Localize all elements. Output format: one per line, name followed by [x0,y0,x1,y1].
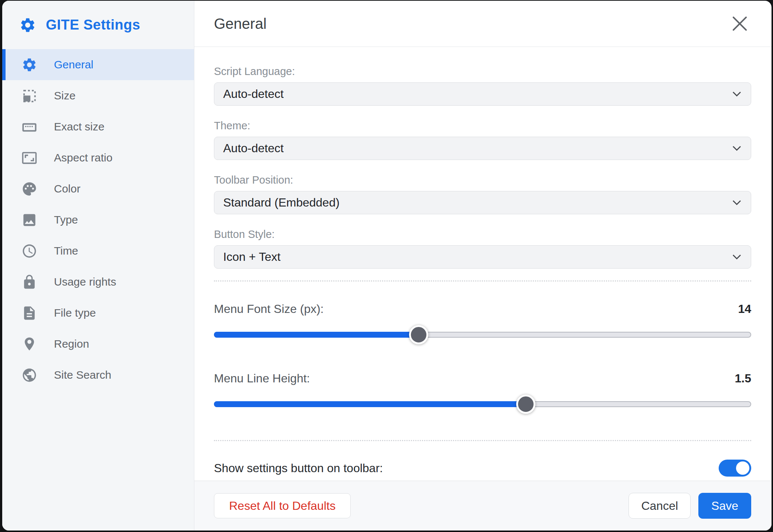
sidebar-item-label: Exact size [54,120,105,133]
field-label: Toolbar Position: [214,174,751,186]
slider-row: Menu Line Height: 1.5 [214,372,751,385]
toggle-row: Show settings button on toolbar: [214,460,751,477]
select-value: Icon + Text [223,250,280,264]
reset-all-button[interactable]: Reset All to Defaults [214,493,351,518]
sidebar-item-type[interactable]: Type [2,204,194,235]
slider-thumb[interactable] [409,325,428,344]
sidebar: GITE Settings General Size Exact size A [2,1,194,531]
sidebar-item-label: Region [54,338,89,350]
gear-icon [21,57,37,73]
slider-label: Menu Line Height: [214,372,310,385]
sidebar-item-label: General [54,58,93,71]
toolbar-position-select[interactable]: Standard (Embedded) [214,191,751,214]
dotted-divider [214,440,751,441]
menu-line-height-slider[interactable] [214,401,751,407]
file-icon [21,305,37,321]
select-value: Standard (Embedded) [223,196,340,209]
slider-value: 14 [738,302,751,316]
button-style-select[interactable]: Icon + Text [214,245,751,269]
lock-icon [21,274,37,290]
image-icon [21,212,37,228]
slider-label: Menu Font Size (px): [214,302,324,316]
theme-select[interactable]: Auto-detect [214,137,751,160]
slider-row: Menu Font Size (px): 14 [214,302,751,316]
screen: GITE Settings General Size Exact size A [0,0,773,532]
slider-fill [214,332,419,338]
exact-size-icon [21,119,37,135]
sidebar-header: GITE Settings [2,1,194,49]
slider-thumb[interactable] [516,395,535,414]
settings-content: Script Language: Auto-detect Theme: Auto… [194,47,772,481]
field-label: Theme: [214,120,751,132]
select-value: Auto-detect [223,141,284,155]
map-pin-icon [21,336,37,352]
settings-toggle[interactable] [719,460,751,477]
settings-dialog: GITE Settings General Size Exact size A [2,1,772,531]
slider-fill [214,401,526,407]
sidebar-nav: General Size Exact size Aspect ratio Col… [2,49,194,531]
close-button[interactable] [732,16,748,32]
sidebar-item-time[interactable]: Time [2,235,194,266]
sidebar-item-file-type[interactable]: File type [2,297,194,328]
chevron-down-icon [732,146,741,151]
size-icon [21,88,37,104]
sidebar-item-label: File type [54,307,96,319]
chevron-down-icon [732,91,741,97]
script-language-select[interactable]: Auto-detect [214,82,751,106]
gear-icon [19,17,36,34]
sidebar-item-label: Size [54,89,75,102]
sidebar-item-exact-size[interactable]: Exact size [2,111,194,142]
sidebar-item-label: Color [54,183,81,195]
sidebar-item-aspect-ratio[interactable]: Aspect ratio [2,142,194,173]
sidebar-item-label: Usage rights [54,276,116,288]
sidebar-item-size[interactable]: Size [2,80,194,111]
page-title: General [214,16,266,32]
sidebar-item-site-search[interactable]: Site Search [2,359,194,391]
footer: Reset All to Defaults Cancel Save [194,481,772,531]
globe-icon [21,367,37,383]
sidebar-item-general[interactable]: General [2,49,194,80]
menu-font-size-slider[interactable] [214,332,751,338]
sidebar-item-label: Site Search [54,369,111,381]
aspect-ratio-icon [21,150,37,166]
chevron-down-icon [732,200,741,205]
chevron-down-icon [732,254,741,260]
save-button[interactable]: Save [698,493,751,519]
dotted-divider [214,280,751,282]
toggle-label: Show settings button on toolbar: [214,461,383,475]
main-panel: General Script Language: Auto-detect The… [194,1,772,531]
sidebar-item-label: Aspect ratio [54,151,112,164]
panel-header: General [194,1,772,47]
field-label: Button Style: [214,228,751,241]
cancel-button[interactable]: Cancel [629,493,691,519]
field-label: Script Language: [214,65,751,78]
sidebar-item-usage-rights[interactable]: Usage rights [2,266,194,297]
clock-icon [21,243,37,259]
sidebar-item-region[interactable]: Region [2,328,194,359]
palette-icon [21,181,37,197]
sidebar-item-label: Type [54,214,78,226]
select-value: Auto-detect [223,87,284,101]
slider-value: 1.5 [735,372,751,385]
sidebar-item-color[interactable]: Color [2,173,194,204]
close-icon [732,16,748,32]
app-title: GITE Settings [46,17,140,33]
toggle-knob [736,461,749,475]
sidebar-item-label: Time [54,245,78,257]
